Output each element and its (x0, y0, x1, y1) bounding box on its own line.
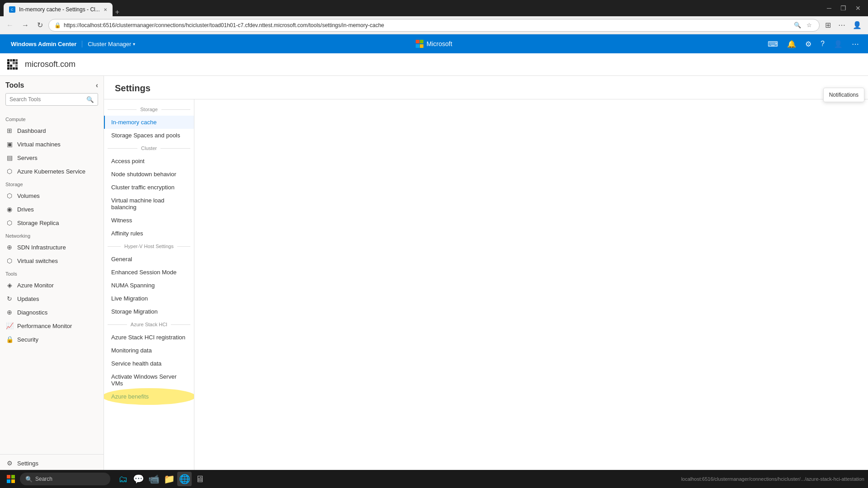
more-options-button[interactable]: ⋯ (848, 37, 863, 51)
start-button[interactable] (4, 472, 18, 486)
sidebar-item-servers[interactable]: ▤ Servers (0, 151, 104, 164)
settings-nav-item-monitoring-data[interactable]: Monitoring data (104, 344, 194, 357)
reload-button[interactable]: ↻ (34, 19, 46, 31)
sidebar-item-azure-monitor[interactable]: ◈ Azure Monitor (0, 278, 104, 292)
sidebar-search-box[interactable]: 🔍 (5, 93, 98, 106)
ms-logo-sq-red (416, 40, 420, 43)
settings-page-title: Settings (115, 83, 857, 94)
taskbar-search-bar[interactable]: 🔍 Search (20, 473, 110, 485)
settings-nav-item-storage-spaces[interactable]: Storage Spaces and pools (104, 129, 194, 142)
wac-topbar: Windows Admin Center Cluster Manager ▾ M… (0, 34, 868, 53)
extensions-button[interactable]: ⊞ (822, 19, 834, 31)
settings-nav-item-affinity-rules[interactable]: Affinity rules (104, 227, 194, 240)
sidebar-item-performance-monitor[interactable]: 📈 Performance Monitor (0, 319, 104, 333)
browser-profile-button[interactable]: 👤 (850, 19, 864, 31)
address-bar[interactable]: 🔒 https://localhost:6516/clustermanager/… (48, 19, 820, 32)
forward-button[interactable]: → (19, 19, 32, 31)
notifications-label: Notifications (829, 92, 859, 98)
azure-stack-section-divider: Azure Stack HCI (108, 318, 190, 331)
sidebar-item-settings[interactable]: ⚙ Settings (0, 456, 104, 470)
sidebar-item-virtual-switches[interactable]: ⬡ Virtual switches (0, 254, 104, 267)
settings-nav-item-node-shutdown[interactable]: Node shutdown behavior (104, 168, 194, 181)
sidebar-item-settings-label: Settings (17, 460, 38, 467)
sidebar-item-diagnostics[interactable]: ⊕ Diagnostics (0, 305, 104, 319)
settings-nav-item-access-point[interactable]: Access point (104, 155, 194, 168)
command-bar-button[interactable]: ⌨ (764, 37, 782, 51)
sidebar-item-drives[interactable]: ◉ Drives (0, 202, 104, 216)
settings-nav-item-witness[interactable]: Witness (104, 214, 194, 227)
cluster-section-divider: Cluster (108, 142, 190, 155)
sidebar-item-dashboard-label: Dashboard (17, 127, 46, 134)
settings-nav-item-live-migration[interactable]: Live Migration (104, 292, 194, 305)
taskbar-app-explorer[interactable]: 📁 (162, 472, 176, 486)
sidebar-item-volumes[interactable]: ⬡ Volumes (0, 189, 104, 202)
sidebar-section-compute: Compute (0, 113, 104, 124)
settings-nav-item-service-health-data[interactable]: Service health data (104, 357, 194, 370)
help-button[interactable]: ? (817, 37, 828, 51)
settings-nav-item-storage-migration[interactable]: Storage Migration (104, 305, 194, 318)
sidebar-item-security[interactable]: 🔒 Security (0, 333, 104, 346)
minimize-button[interactable]: ─ (823, 3, 835, 14)
ms-logo-sq-blue (416, 44, 420, 48)
settings-content: Settings Storage In-memory cache Storage… (104, 76, 868, 470)
search-tools-input[interactable] (6, 96, 83, 103)
sidebar-item-azure-monitor-label: Azure Monitor (17, 282, 54, 289)
taskbar: 🔍 Search 🗂 💬 📹 📁 🌐 🖥 localhost:6516/clus… (0, 470, 868, 488)
sidebar-item-azure-kubernetes[interactable]: ⬡ Azure Kubernetes Service (0, 164, 104, 178)
settings-nav-item-vm-load-balancing[interactable]: Virtual machine load balancing (104, 194, 194, 214)
taskbar-app-teams[interactable]: 📹 (146, 472, 161, 486)
maximize-button[interactable]: ❐ (837, 3, 850, 14)
taskbar-right: localhost:6516/clustermanager/connection… (681, 476, 864, 482)
settings-gear-button[interactable]: ⚙ (802, 37, 815, 51)
sidebar-item-storage-replica[interactable]: ⬡ Storage Replica (0, 216, 104, 230)
notifications-popup: Notifications (823, 88, 864, 102)
settings-nav-item-cluster-traffic-encryption[interactable]: Cluster traffic encryption (104, 181, 194, 194)
settings-header: Settings (104, 76, 868, 99)
settings-nav-item-activate-windows-server-vms[interactable]: Activate Windows Server VMs (104, 370, 194, 390)
settings-nav-item-azure-stack-hci-registration[interactable]: Azure Stack HCI registration (104, 331, 194, 344)
sidebar-item-virtual-machines[interactable]: ▣ Virtual machines (0, 137, 104, 151)
windows-logo-icon (7, 475, 15, 483)
tab-close-button[interactable]: ✕ (104, 7, 107, 12)
taskbar-app-files[interactable]: 🗂 (116, 472, 130, 486)
tab-favicon: C (9, 6, 15, 13)
taskbar-app-edge[interactable]: 🌐 (177, 472, 192, 486)
browser-actions: ⊞ ⋯ 👤 (822, 19, 864, 31)
settings-nav-item-enhanced-session-mode[interactable]: Enhanced Session Mode (104, 266, 194, 279)
user-account-button[interactable]: 👤 (830, 37, 846, 51)
taskbar-app-server-manager[interactable]: 🖥 (193, 472, 207, 486)
wac-brand-label: Windows Admin Center (5, 41, 82, 47)
bookmark-star-button[interactable]: ☆ (805, 21, 814, 29)
active-tab[interactable]: C In-memory cache - Settings - Cl... ✕ (4, 3, 113, 16)
search-tools-button[interactable]: 🔍 (83, 96, 98, 103)
new-tab-button[interactable]: + (113, 8, 122, 16)
close-button[interactable]: ✕ (852, 3, 864, 14)
drives-icon: ◉ (5, 205, 14, 213)
sidebar-item-volumes-label: Volumes (17, 192, 40, 199)
settings-nav-item-in-memory-cache[interactable]: In-memory cache (104, 116, 194, 129)
search-extensions-button[interactable]: 🔍 (792, 21, 803, 29)
svg-rect-2 (7, 479, 10, 483)
azure-monitor-icon: ◈ (5, 281, 14, 289)
taskbar-app-chat[interactable]: 💬 (131, 472, 146, 486)
sidebar-item-updates[interactable]: ↻ Updates (0, 292, 104, 305)
settings-icon: ⚙ (5, 459, 14, 467)
more-button[interactable]: ⋯ (835, 19, 848, 31)
sidebar-item-virtual-machines-label: Virtual machines (17, 141, 61, 148)
back-button[interactable]: ← (4, 19, 16, 31)
settings-nav-item-numa-spanning[interactable]: NUMA Spanning (104, 279, 194, 292)
cluster-manager-label: Cluster Manager (88, 41, 131, 47)
sidebar-item-dashboard[interactable]: ⊞ Dashboard (0, 124, 104, 137)
notifications-button[interactable]: 🔔 (783, 37, 800, 51)
virtual-machines-icon: ▣ (5, 140, 14, 148)
settings-nav-item-azure-benefits[interactable]: Azure benefits (104, 390, 194, 403)
settings-nav-item-general[interactable]: General (104, 253, 194, 266)
sidebar-item-sdn-infrastructure[interactable]: ⊕ SDN Infrastructure (0, 240, 104, 254)
cluster-manager-button[interactable]: Cluster Manager ▾ (82, 41, 141, 47)
sidebar-item-sdn-infrastructure-label: SDN Infrastructure (17, 244, 66, 251)
hyperv-section-divider: Hyper-V Host Settings (108, 240, 190, 253)
browser-tabs: C In-memory cache - Settings - Cl... ✕ + (4, 0, 122, 16)
ms-label: Microsoft (427, 40, 453, 47)
sidebar-collapse-button[interactable]: ‹ (96, 81, 98, 89)
servers-icon: ▤ (5, 154, 14, 162)
